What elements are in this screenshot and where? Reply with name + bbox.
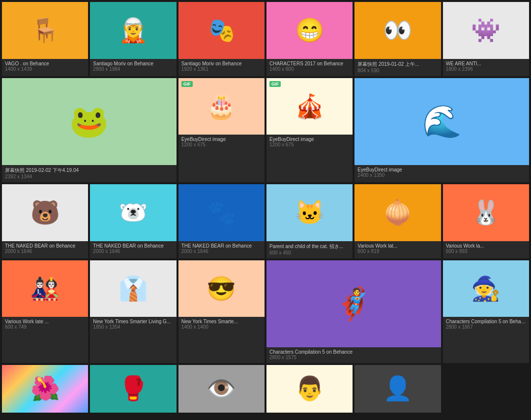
item-size: 1400 x 800 xyxy=(269,66,350,72)
item-size: 2000 x 1646 xyxy=(5,249,85,254)
item-title: WE ARE ANTI... xyxy=(446,61,526,66)
grid-item[interactable]: 🐱 Parent and child of the cat. 招き... 600… xyxy=(266,184,353,258)
item-size: 2392 x 1344 xyxy=(5,174,174,179)
grid-item[interactable]: 😁 CHARACTERS 2017 on Behance 1400 x 800 xyxy=(266,2,353,76)
grid-item[interactable]: 🐾 THE NAKED BEAR on Behance 2000 x 1646 xyxy=(178,184,265,258)
grid-item[interactable]: 🐸 屏幕快照 2019-02-02 下午4.19.04 2392 x 1344 xyxy=(2,78,177,182)
item-title: Characters Compilation 5 on Behance xyxy=(269,349,438,355)
grid-item[interactable]: 🎭 Santiago Moriv on Behance 1920 x 1361 xyxy=(178,2,265,76)
grid-item[interactable]: 🧙 Characters Compilation 5 on Behance 28… xyxy=(443,260,529,363)
item-title: THE NAKED BEAR on Behance xyxy=(93,243,173,249)
grid-item[interactable]: 🐻‍❄️ THE NAKED BEAR on Behance 2000 x 16… xyxy=(90,184,176,258)
grid-item[interactable]: 🐻 THE NAKED BEAR on Behance 2000 x 1646 xyxy=(2,184,88,258)
grid-item[interactable]: 👤 xyxy=(354,365,441,412)
item-size: 600 x 893 xyxy=(446,249,526,254)
grid-item[interactable]: GIF 🎂 EyeBuyDirect image 1200 x 675 xyxy=(178,78,265,182)
gif-badge: GIF xyxy=(269,81,281,87)
item-size: 600 x 819 xyxy=(357,249,438,254)
item-size: 2400 x 1350 xyxy=(357,172,526,178)
grid-item[interactable]: GIF 🎪 EyeBuyDirect image 1200 x 675 xyxy=(266,78,353,182)
item-title: EyeBuyDirect image xyxy=(181,137,262,142)
grid-item[interactable]: 👔 New York Times Smarter Living G... 185… xyxy=(90,260,176,363)
item-title: Various Work lat... xyxy=(357,243,438,249)
item-title: Santiago Moriv on Behance xyxy=(93,61,173,66)
gif-badge: GIF xyxy=(181,81,193,87)
item-title: EyeBuyDirect image xyxy=(269,137,350,142)
item-size: 1920 x 1361 xyxy=(181,66,262,72)
grid-item[interactable]: 🧝 Santiago Moriv on Behance 2800 x 1984 xyxy=(90,2,176,76)
item-title: Various Work la... xyxy=(446,243,526,249)
item-size: 1850 x 1354 xyxy=(93,324,173,330)
item-size: 1400 x 1400 xyxy=(181,324,262,330)
grid-item[interactable]: 🥊 xyxy=(90,365,176,412)
item-size: 2800 x 1867 xyxy=(446,324,526,330)
item-size: 2000 x 1646 xyxy=(93,249,173,254)
item-size: 1800 x 2396 xyxy=(446,66,526,72)
grid-item[interactable]: 👀 屏幕快照 2019-01-02 上午... 804 x 590 xyxy=(354,2,441,76)
item-title: THE NAKED BEAR on Behance xyxy=(5,243,85,249)
item-size: 2800 x 1575 xyxy=(269,355,438,360)
item-title: 屏幕快照 2019-01-02 上午... xyxy=(357,61,438,68)
item-title: EyeBuyDirect image xyxy=(357,167,526,172)
item-title: 屏幕快照 2019-02-02 下午4.19.04 xyxy=(5,167,174,174)
image-grid: 🪑 VAGO . on Behance 1400 x 1439 🧝 Santia… xyxy=(0,0,531,415)
grid-item[interactable]: 🌺 xyxy=(2,365,88,412)
item-title: Santiago Moriv on Behance xyxy=(181,61,262,66)
item-title: CHARACTERS 2017 on Behance xyxy=(269,61,350,66)
item-size: 2000 x 1646 xyxy=(181,249,262,254)
item-title: THE NAKED BEAR on Behance xyxy=(181,243,262,249)
item-title: Characters Compilation 5 on Behance xyxy=(446,319,526,324)
item-size: 1200 x 675 xyxy=(181,142,262,147)
grid-item[interactable]: 🧅 Various Work lat... 600 x 819 xyxy=(354,184,441,258)
grid-item[interactable]: 👾 WE ARE ANTI... 1800 x 2396 xyxy=(443,2,529,76)
item-title: VAGO . on Behance xyxy=(5,61,85,66)
item-size: 2800 x 1984 xyxy=(93,66,173,72)
item-size: 804 x 590 xyxy=(357,68,438,73)
grid-item[interactable]: 😎 New York Times Smarte... 1400 x 1400 xyxy=(178,260,265,363)
item-title: New York Times Smarte... xyxy=(181,319,262,324)
grid-item[interactable]: 👨 xyxy=(266,365,353,412)
item-size: 1200 x 675 xyxy=(269,142,350,147)
grid-item[interactable]: 🪑 VAGO . on Behance 1400 x 1439 xyxy=(2,2,88,76)
item-title: Parent and child of the cat. 招き... xyxy=(269,243,350,250)
grid-item[interactable]: 🌊 EyeBuyDirect image 2400 x 1350 xyxy=(354,78,529,182)
item-title: New York Times Smarter Living G... xyxy=(93,319,173,324)
item-size: 1400 x 1439 xyxy=(5,66,85,72)
item-size: 600 x 749 xyxy=(5,324,85,330)
grid-item[interactable]: 🎎 Various Work late ... 600 x 749 xyxy=(2,260,88,363)
item-size: 600 x 450 xyxy=(269,250,350,255)
item-title: Various Work late ... xyxy=(5,319,85,324)
grid-item[interactable]: 🦸 Characters Compilation 5 on Behance 28… xyxy=(266,260,441,363)
grid-item[interactable]: 🐰 Various Work la... 600 x 893 xyxy=(443,184,529,258)
grid-item[interactable]: 👁️ xyxy=(178,365,265,412)
